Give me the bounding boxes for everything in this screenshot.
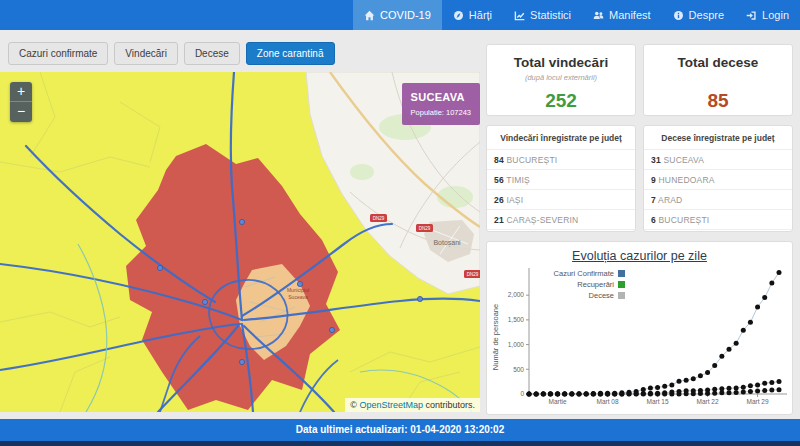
list-item: 20 PRAHOVA: [487, 230, 635, 231]
nav-label: Manifest: [609, 9, 651, 21]
region-population: Populatie: 107243: [411, 108, 471, 117]
chart-legend: Cazuri Confirmate Recuperări Decese: [533, 269, 625, 300]
region-info-box: SUCEAVA Populatie: 107243: [402, 83, 480, 125]
right-panel: Total vindecări (după locul externării) …: [486, 44, 793, 415]
svg-text:500: 500: [513, 366, 524, 373]
map-attribution: © OpenStreetMap contributors.: [345, 398, 480, 412]
svg-text:Mart 08: Mart 08: [597, 398, 619, 405]
evolution-chart-card: Evoluția cazurilor pe zile Cazuri Confir…: [486, 241, 793, 415]
nav-label: Hărți: [469, 9, 492, 21]
svg-text:DN29: DN29: [419, 226, 431, 231]
svg-text:1,500: 1,500: [508, 316, 525, 323]
legend-swatch-decese: [618, 292, 625, 299]
legend-item-recuperari[interactable]: Recuperări: [577, 280, 625, 289]
road-badge: DN29: [464, 270, 480, 278]
list-item: 21 CARAȘ-SEVERIN: [487, 210, 635, 230]
total-decese-title: Total decese: [648, 55, 788, 70]
map-zoom-control: + −: [10, 82, 32, 122]
list-item: 7 ARAD: [644, 190, 792, 210]
nav-label: Statistici: [530, 9, 571, 21]
chart-title: Evoluția cazurilor pe zile: [487, 249, 792, 263]
vindecari-list-title: Vindecări înregistrate pe județ: [487, 126, 635, 150]
cazuri-confirmate-button[interactable]: Cazuri confirmate: [8, 42, 108, 65]
decese-list-scroll[interactable]: 31 SUCEAVA 9 HUNEDOARA 7 ARAD 6 BUCUREȘT…: [644, 150, 792, 231]
svg-text:0: 0: [520, 390, 524, 397]
nav-item-harti[interactable]: Hărți: [442, 0, 503, 30]
nav-item-statistici[interactable]: Statistici: [503, 0, 582, 30]
red-zone-label-line2: Suceava: [288, 294, 308, 300]
nav-item-covid19[interactable]: COVID-19: [353, 0, 442, 30]
info-icon: [673, 10, 684, 21]
chart-line-icon: [514, 10, 525, 21]
svg-text:2,000: 2,000: [508, 291, 525, 298]
legend-swatch-confirmate: [618, 270, 625, 277]
total-decese-subtitle: [648, 73, 788, 84]
region-name: SUCEAVA: [411, 91, 471, 103]
list-item: 84 BUCUREȘTI: [487, 150, 635, 170]
botosani-label: Botoșani: [433, 239, 461, 247]
legend-item-decese[interactable]: Decese: [589, 291, 625, 300]
nav-item-despre[interactable]: Despre: [662, 0, 735, 30]
total-decese-card: Total decese 85: [643, 44, 793, 116]
list-item: 6 IALOMIȚA: [644, 230, 792, 231]
map-icon: [453, 10, 464, 21]
nav-item-login[interactable]: Login: [735, 0, 800, 30]
last-update-bar: Data ultimei actualizari: 01-04-2020 13:…: [0, 419, 800, 441]
zone-carantina-button[interactable]: Zone carantină: [246, 42, 335, 65]
legend-swatch-recuperari: [618, 281, 625, 288]
legend-item-confirmate[interactable]: Cazuri Confirmate: [554, 269, 625, 278]
decese-button[interactable]: Decese: [184, 42, 240, 65]
svg-text:DN29: DN29: [467, 272, 479, 277]
sign-in-icon: [746, 10, 757, 21]
svg-text:Mart 15: Mart 15: [647, 398, 669, 405]
users-icon: [593, 10, 604, 21]
nav-item-manifest[interactable]: Manifest: [582, 0, 662, 30]
total-vindecari-subtitle: (după locul externării): [491, 73, 631, 84]
total-vindecari-card: Total vindecări (după locul externării) …: [486, 44, 636, 116]
footer-strip: [0, 441, 800, 446]
openstreetmap-link[interactable]: OpenStreetMap: [359, 400, 423, 410]
list-item: 31 SUCEAVA: [644, 150, 792, 170]
vindecari-button[interactable]: Vindecări: [114, 42, 178, 65]
svg-text:Martie: Martie: [549, 398, 567, 405]
footer: Data ultimei actualizari: 01-04-2020 13:…: [0, 419, 800, 446]
list-item: 6 BUCUREȘTI: [644, 210, 792, 230]
road-badge: DN29: [370, 214, 387, 222]
svg-text:Număr de persoane: Număr de persoane: [491, 304, 500, 370]
zoom-in-button[interactable]: +: [10, 82, 32, 102]
main-content: Cazuri confirmate Vindecări Decese Zone …: [0, 30, 800, 419]
svg-text:1,000: 1,000: [508, 341, 525, 348]
svg-text:Mart 29: Mart 29: [747, 398, 769, 405]
svg-text:DN29: DN29: [373, 216, 385, 221]
vindecari-list-scroll[interactable]: 84 BUCUREȘTI 56 TIMIȘ 26 IAȘI 21 CARAȘ-S…: [487, 150, 635, 231]
road-badge: DN29: [416, 224, 433, 232]
navbar: COVID-19 Hărți Statistici Manifest Despr…: [0, 0, 800, 30]
nav-label: Login: [762, 9, 789, 21]
decese-list-title: Decese înregistrate pe județ: [644, 126, 792, 150]
total-vindecari-title: Total vindecări: [491, 55, 631, 70]
map[interactable]: Municipiul Suceava Botoșani DN29 DN29 DN…: [0, 72, 480, 412]
decese-pe-judet-card: Decese înregistrate pe județ 31 SUCEAVA …: [643, 125, 793, 232]
red-zone-label-line1: Municipiul: [287, 287, 309, 293]
nav-label: COVID-19: [380, 9, 431, 21]
svg-text:Mart 22: Mart 22: [697, 398, 719, 405]
map-layer-toolbar: Cazuri confirmate Vindecări Decese Zone …: [8, 42, 335, 65]
total-vindecari-value: 252: [491, 90, 631, 112]
list-item: 9 HUNEDOARA: [644, 170, 792, 190]
home-icon: [364, 10, 375, 21]
list-item: 56 TIMIȘ: [487, 170, 635, 190]
zoom-out-button[interactable]: −: [10, 102, 32, 122]
total-decese-value: 85: [648, 90, 788, 112]
nav-label: Despre: [689, 9, 724, 21]
list-item: 26 IAȘI: [487, 190, 635, 210]
vindecari-pe-judet-card: Vindecări înregistrate pe județ 84 BUCUR…: [486, 125, 636, 232]
